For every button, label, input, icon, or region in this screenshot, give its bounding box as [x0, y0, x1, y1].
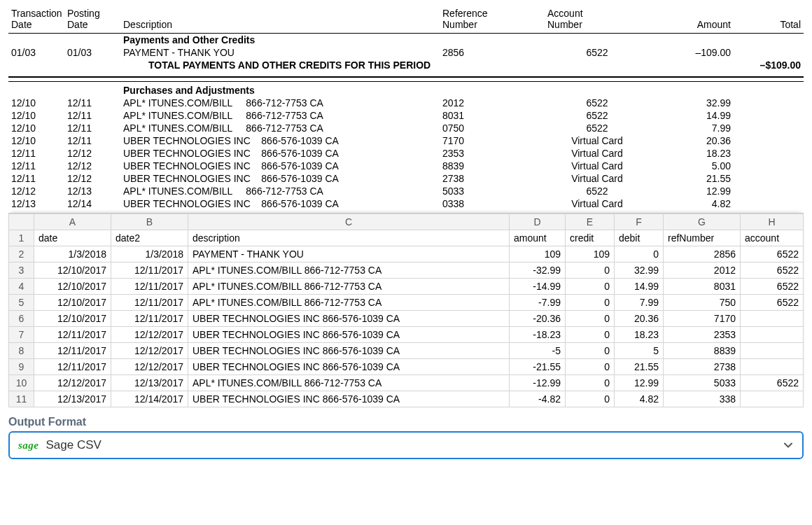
row-header[interactable]: 1	[9, 230, 34, 246]
cell[interactable]: 0	[566, 375, 615, 391]
column-header-F[interactable]: F	[615, 214, 664, 230]
cell[interactable]: 6522	[741, 246, 804, 262]
cell[interactable]: date	[34, 230, 111, 246]
cell[interactable]: credit	[566, 230, 615, 246]
cell[interactable]: 2012	[664, 262, 741, 279]
cell[interactable]: 0	[566, 359, 615, 375]
column-header-E[interactable]: E	[566, 214, 615, 230]
cell[interactable]: 0	[566, 343, 615, 359]
cell[interactable]: UBER TECHNOLOGIES INC 866-576-1039 CA	[188, 327, 510, 343]
cell[interactable]: 5033	[664, 375, 741, 391]
cell[interactable]: 12/12/2017	[34, 375, 111, 391]
cell[interactable]: 6522	[741, 279, 804, 295]
cell[interactable]: 750	[664, 295, 741, 311]
row-header[interactable]: 10	[9, 375, 34, 391]
cell[interactable]: APL* ITUNES.COM/BILL 866-712-7753 CA	[188, 375, 510, 391]
cell[interactable]: debit	[615, 230, 664, 246]
row-header[interactable]: 11	[9, 391, 34, 407]
cell[interactable]: 8839	[664, 343, 741, 359]
cell[interactable]: 12/11/2017	[34, 359, 111, 375]
cell[interactable]: refNumber	[664, 230, 741, 246]
cell[interactable]: 2738	[664, 359, 741, 375]
cell[interactable]: description	[188, 230, 510, 246]
cell[interactable]: 12/10/2017	[34, 279, 111, 295]
cell[interactable]: 0	[566, 295, 615, 311]
column-header-D[interactable]: D	[510, 214, 566, 230]
cell[interactable]: 2856	[664, 246, 741, 262]
row-header[interactable]: 4	[9, 279, 34, 295]
cell[interactable]: 12/11/2017	[111, 262, 188, 279]
cell[interactable]: -12.99	[510, 375, 566, 391]
cell[interactable]: 109	[510, 246, 566, 262]
cell[interactable]: 1/3/2018	[111, 246, 188, 262]
cell[interactable]: 12/13/2017	[111, 375, 188, 391]
cell[interactable]: UBER TECHNOLOGIES INC 866-576-1039 CA	[188, 343, 510, 359]
cell[interactable]: UBER TECHNOLOGIES INC 866-576-1039 CA	[188, 391, 510, 407]
cell[interactable]: 338	[664, 391, 741, 407]
row-header[interactable]: 2	[9, 246, 34, 262]
cell[interactable]: account	[741, 230, 804, 246]
cell[interactable]: 12/12/2017	[111, 343, 188, 359]
column-header-C[interactable]: C	[188, 214, 510, 230]
cell[interactable]: 1/3/2018	[34, 246, 111, 262]
cell[interactable]: 109	[566, 246, 615, 262]
cell[interactable]: 32.99	[615, 262, 664, 279]
cell[interactable]: UBER TECHNOLOGIES INC 866-576-1039 CA	[188, 359, 510, 375]
row-header[interactable]: 3	[9, 262, 34, 279]
cell[interactable]: 12/11/2017	[34, 327, 111, 343]
cell[interactable]: 21.55	[615, 359, 664, 375]
cell[interactable]: -14.99	[510, 279, 566, 295]
cell[interactable]: 12/11/2017	[111, 279, 188, 295]
cell[interactable]	[741, 311, 804, 327]
cell[interactable]: -7.99	[510, 295, 566, 311]
cell[interactable]: amount	[510, 230, 566, 246]
cell[interactable]: 6522	[741, 262, 804, 279]
cell[interactable]: 12/13/2017	[34, 391, 111, 407]
spreadsheet-table[interactable]: ABCDEFGH 1datedate2descriptionamountcred…	[8, 214, 804, 407]
cell[interactable]: -4.82	[510, 391, 566, 407]
column-header-G[interactable]: G	[664, 214, 741, 230]
cell[interactable]: 5	[615, 343, 664, 359]
row-header[interactable]: 8	[9, 343, 34, 359]
cell[interactable]: APL* ITUNES.COM/BILL 866-712-7753 CA	[188, 279, 510, 295]
cell[interactable]: -21.55	[510, 359, 566, 375]
cell[interactable]	[741, 343, 804, 359]
row-header[interactable]: 7	[9, 327, 34, 343]
cell[interactable]: 0	[566, 279, 615, 295]
cell[interactable]: 0	[566, 262, 615, 279]
cell[interactable]: 6522	[741, 295, 804, 311]
cell[interactable]: -32.99	[510, 262, 566, 279]
cell[interactable]: 4.82	[615, 391, 664, 407]
cell[interactable]: date2	[111, 230, 188, 246]
cell[interactable]: 12/12/2017	[111, 359, 188, 375]
cell[interactable]: 0	[615, 246, 664, 262]
cell[interactable]	[741, 359, 804, 375]
cell[interactable]: 14.99	[615, 279, 664, 295]
cell[interactable]: 12/10/2017	[34, 295, 111, 311]
row-header[interactable]: 6	[9, 311, 34, 327]
select-all-corner[interactable]	[9, 214, 34, 230]
cell[interactable]: 7.99	[615, 295, 664, 311]
cell[interactable]	[741, 391, 804, 407]
cell[interactable]: 0	[566, 327, 615, 343]
row-header[interactable]: 9	[9, 359, 34, 375]
cell[interactable]: 12/10/2017	[34, 262, 111, 279]
cell[interactable]: 2353	[664, 327, 741, 343]
row-header[interactable]: 5	[9, 295, 34, 311]
cell[interactable]: 0	[566, 391, 615, 407]
cell[interactable]: UBER TECHNOLOGIES INC 866-576-1039 CA	[188, 311, 510, 327]
cell[interactable]: PAYMENT - THANK YOU	[188, 246, 510, 262]
cell[interactable]: 0	[566, 311, 615, 327]
cell[interactable]: 12/12/2017	[111, 327, 188, 343]
cell[interactable]: 7170	[664, 311, 741, 327]
cell[interactable]: 12.99	[615, 375, 664, 391]
cell[interactable]: 12/11/2017	[111, 295, 188, 311]
cell[interactable]: 12/11/2017	[34, 343, 111, 359]
cell[interactable]: 8031	[664, 279, 741, 295]
column-header-A[interactable]: A	[34, 214, 111, 230]
cell[interactable]: 12/11/2017	[111, 311, 188, 327]
column-header-H[interactable]: H	[741, 214, 804, 230]
cell[interactable]: 18.23	[615, 327, 664, 343]
cell[interactable]: 6522	[741, 375, 804, 391]
cell[interactable]: 20.36	[615, 311, 664, 327]
